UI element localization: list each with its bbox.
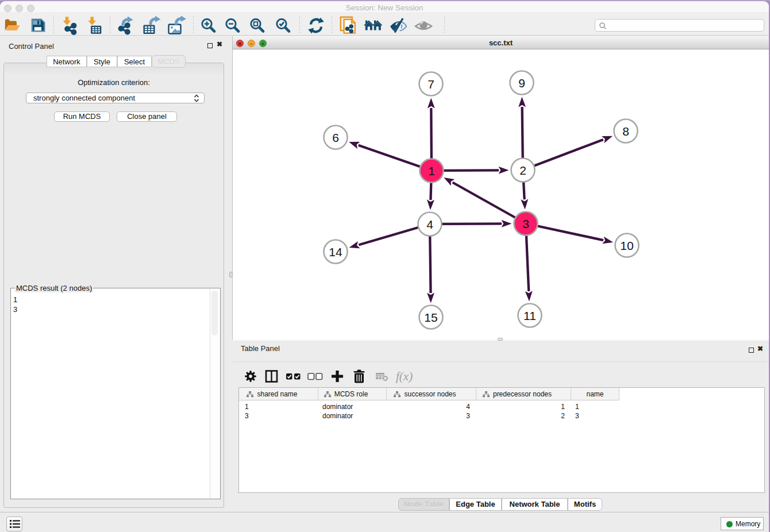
svg-text:7: 7 (428, 78, 434, 91)
svg-text:11: 11 (523, 309, 536, 322)
svg-text:3: 3 (522, 217, 529, 230)
svg-text:10: 10 (620, 239, 633, 252)
svg-text:15: 15 (424, 311, 437, 324)
svg-text:6: 6 (332, 131, 339, 144)
svg-text:4: 4 (426, 218, 433, 231)
svg-text:f(x): f(x) (396, 369, 413, 383)
svg-text:8: 8 (622, 125, 629, 138)
svg-text:1: 1 (428, 164, 435, 178)
svg-text:2: 2 (519, 164, 526, 177)
svg-text:9: 9 (518, 76, 525, 90)
svg-text:14: 14 (329, 245, 342, 259)
